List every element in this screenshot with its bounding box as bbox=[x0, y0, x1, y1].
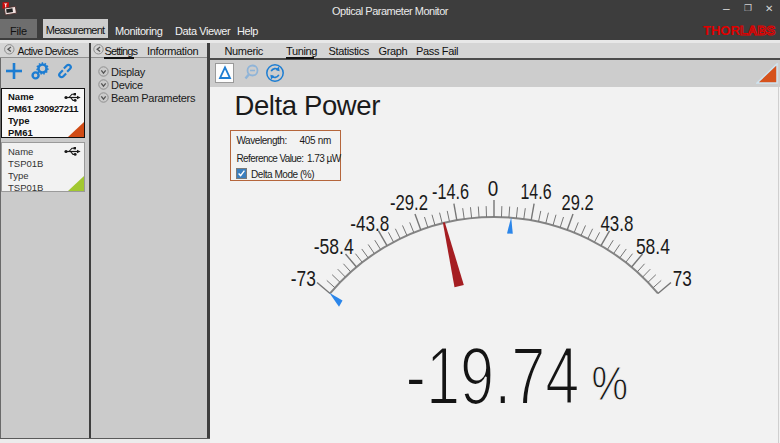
svg-text:-43.8: -43.8 bbox=[350, 212, 389, 236]
svg-text:43.8: 43.8 bbox=[600, 212, 633, 236]
svg-text:-58.4: -58.4 bbox=[314, 235, 354, 259]
svg-text:-29.2: -29.2 bbox=[390, 191, 428, 215]
svg-text:-19.74: -19.74 bbox=[406, 331, 580, 421]
svg-text:-73: -73 bbox=[291, 267, 316, 291]
svg-text:0: 0 bbox=[488, 177, 499, 201]
svg-text:58.4: 58.4 bbox=[636, 235, 670, 259]
svg-text:%: % bbox=[592, 357, 629, 410]
svg-text:29.2: 29.2 bbox=[562, 191, 594, 215]
svg-text:-14.6: -14.6 bbox=[432, 180, 469, 204]
svg-text:73: 73 bbox=[673, 267, 692, 291]
svg-text:14.6: 14.6 bbox=[521, 180, 552, 204]
